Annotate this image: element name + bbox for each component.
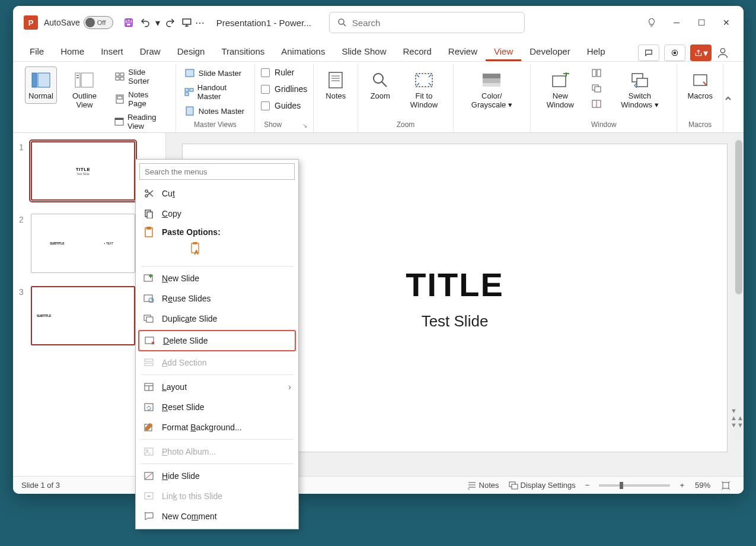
tab-developer[interactable]: Developer	[521, 42, 578, 61]
svg-rect-9	[38, 73, 50, 87]
collapse-ribbon-button[interactable]	[723, 94, 733, 103]
new-window-button[interactable]: New Window	[537, 66, 583, 113]
show-dialog-launcher[interactable]: ↘	[302, 122, 307, 129]
display-settings-button[interactable]: Display Settings	[509, 481, 576, 490]
zoom-slider[interactable]	[599, 484, 670, 487]
present-from-start-button[interactable]	[178, 14, 195, 31]
ruler-checkbox[interactable]: Ruler	[261, 66, 307, 78]
notes-page-button[interactable]: Notes Page	[112, 89, 170, 109]
search-input[interactable]	[352, 18, 517, 28]
zoom-percentage[interactable]: 59%	[695, 481, 710, 490]
hide-icon	[143, 470, 155, 482]
context-search-input[interactable]	[139, 163, 295, 180]
thumbnail-slide-2[interactable]: SUBTITLE • TEXT	[31, 214, 135, 273]
tab-design[interactable]: Design	[169, 42, 213, 61]
undo-button[interactable]	[137, 14, 154, 31]
ctx-format-background[interactable]: Format Background...	[136, 417, 298, 437]
comments-button[interactable]	[638, 45, 659, 61]
arrange-all-button[interactable]	[589, 66, 604, 80]
ctx-new-comment[interactable]: New Comment	[136, 506, 298, 526]
macros-button[interactable]: Macros	[683, 66, 717, 104]
zoom-out-button[interactable]: −	[585, 481, 590, 490]
svg-text:A: A	[194, 249, 198, 255]
close-button[interactable]: ✕	[714, 13, 739, 32]
share-button[interactable]: ▾	[690, 45, 712, 61]
link-icon	[143, 490, 155, 502]
group-window: New Window Switch Windows ▾ Window	[531, 64, 677, 132]
svg-rect-33	[483, 74, 500, 78]
redo-button[interactable]	[162, 14, 178, 31]
cascade-button[interactable]	[589, 82, 604, 95]
tab-draw[interactable]: Draw	[132, 42, 169, 61]
context-search[interactable]	[139, 163, 295, 180]
slide-sorter-button[interactable]: Slide Sorter	[112, 66, 170, 87]
gridlines-checkbox[interactable]: Gridlines	[261, 83, 307, 95]
ctx-reuse-slides[interactable]: Reuse Slides	[136, 288, 298, 309]
switch-windows-button[interactable]: Switch Windows ▾	[609, 66, 671, 113]
ctx-hide-slide[interactable]: Hide Slide	[136, 466, 298, 486]
slide-master-button[interactable]: Slide Master	[182, 66, 248, 80]
reading-view-button[interactable]: Reading View	[112, 112, 170, 132]
paste-keep-formatting[interactable]: A	[188, 240, 205, 257]
fit-to-window-status-button[interactable]	[721, 481, 731, 490]
tab-file[interactable]: File	[21, 42, 52, 61]
svg-rect-13	[81, 73, 93, 87]
outline-view-button[interactable]: Outline View	[62, 66, 107, 113]
section-icon	[143, 357, 155, 369]
ctx-duplicate-slide[interactable]: Duplicate Slide	[136, 309, 298, 329]
minimize-button[interactable]: ─	[664, 13, 689, 32]
tab-record[interactable]: Record	[394, 42, 439, 61]
ctx-copy[interactable]: Copy	[136, 204, 298, 224]
guides-checkbox[interactable]: Guides	[261, 100, 307, 112]
svg-rect-2	[126, 23, 131, 26]
notes-button[interactable]: Notes	[320, 66, 352, 104]
camera-button[interactable]	[664, 45, 685, 61]
autosave-toggle[interactable]: Off	[84, 16, 113, 29]
move-split-button[interactable]	[589, 97, 604, 110]
thumbnail-slide-1[interactable]: TITLE Test Slide	[31, 141, 135, 201]
slide-title[interactable]: TITLE	[406, 265, 504, 304]
undo-dropdown[interactable]: ▾	[154, 14, 162, 31]
reset-icon	[143, 401, 155, 413]
fit-to-window-button[interactable]: Fit to Window	[401, 66, 446, 113]
search-box[interactable]	[329, 12, 525, 33]
svg-point-6	[674, 52, 676, 54]
zoom-in-button[interactable]: +	[680, 481, 684, 490]
svg-rect-26	[186, 107, 193, 115]
slide-nav-arrows[interactable]: ▼▲▲▼▼	[732, 407, 742, 428]
ctx-delete-slide[interactable]: Delete Slide	[138, 330, 296, 351]
tab-insert[interactable]: Insert	[92, 42, 132, 61]
normal-view-button[interactable]: Normal	[25, 66, 57, 104]
notes-master-button[interactable]: Notes Master	[182, 104, 248, 118]
svg-rect-3	[183, 19, 191, 24]
qat-customize[interactable]: ⋯	[195, 14, 205, 31]
ctx-cut[interactable]: Cut	[136, 183, 298, 204]
ctx-layout[interactable]: Layout ›	[136, 377, 298, 397]
slide-subtitle[interactable]: Test Slide	[422, 312, 489, 331]
maximize-button[interactable]: ☐	[689, 13, 714, 32]
tab-view[interactable]: View	[486, 42, 521, 61]
ctx-new-slide[interactable]: New Slide	[136, 268, 298, 288]
handout-master-button[interactable]: Handout Master	[182, 82, 248, 102]
thumbnail-slide-3[interactable]: SUBTITLE	[31, 286, 135, 345]
ctx-reset-slide[interactable]: Reset Slide	[136, 397, 298, 417]
ribbon-tabs: File Home Insert Draw Design Transitions…	[13, 39, 744, 62]
svg-rect-11	[76, 75, 79, 76]
slide-counter[interactable]: Slide 1 of 3	[21, 481, 60, 490]
save-button[interactable]	[120, 14, 137, 31]
svg-rect-47	[512, 484, 518, 489]
vertical-scrollbar-thumb[interactable]	[735, 140, 742, 294]
tab-slideshow[interactable]: Slide Show	[333, 42, 394, 61]
zoom-slider-knob[interactable]	[620, 482, 623, 489]
tab-transitions[interactable]: Transitions	[213, 42, 273, 61]
lightbulb-icon[interactable]	[639, 13, 664, 32]
zoom-button[interactable]: Zoom	[364, 66, 396, 104]
tab-animations[interactable]: Animations	[273, 42, 333, 61]
chevron-right-icon: ›	[288, 382, 291, 392]
notes-toggle[interactable]: Notes	[467, 481, 499, 490]
tab-review[interactable]: Review	[440, 42, 486, 61]
color-grayscale-button[interactable]: Color/ Grayscale ▾	[460, 66, 524, 113]
tab-help[interactable]: Help	[579, 42, 614, 61]
tab-home[interactable]: Home	[52, 42, 92, 61]
account-icon[interactable]	[716, 46, 729, 59]
